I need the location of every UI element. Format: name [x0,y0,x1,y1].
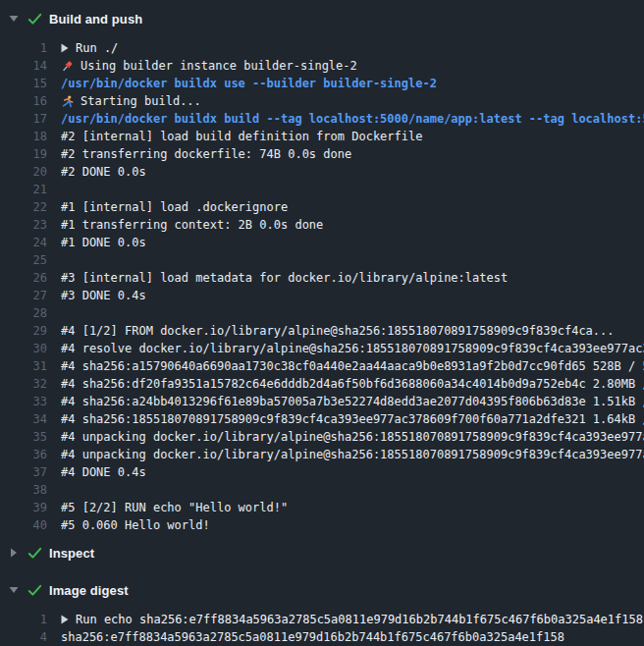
step-header-inspect[interactable]: Inspect [0,534,644,571]
line-text: #4 unpacking docker.io/library/alpine@sh… [61,428,644,446]
log-line: 36#4 unpacking docker.io/library/alpine@… [0,446,644,463]
line-text-content: sha256:e7ff8834a5963a2785c5a0811e979d16b… [61,628,564,646]
chevron-right-icon[interactable] [8,548,19,558]
line-number[interactable]: 25 [0,251,47,269]
line-text-content: Starting build... [80,92,201,110]
line-text-content: #1 transferring context: 2B 0.0s done [61,216,323,234]
line-text-content: #5 [2/2] RUN echo "Hello world!" [61,499,288,516]
line-text-content: Run ./ [76,39,118,57]
log-line: 22#1 [internal] load .dockerignore [0,198,644,216]
line-text-content: #4 unpacking docker.io/library/alpine@sh… [61,428,644,446]
line-text-content: #2 [internal] load build definition from… [61,128,422,145]
line-number[interactable]: 1 [0,39,47,57]
step-header-build-and-push[interactable]: Build and push [0,0,644,37]
line-text: #4 [1/2] FROM docker.io/library/alpine@s… [61,322,644,340]
line-number[interactable]: 28 [0,304,47,322]
log-line: 16Starting build... [0,92,644,110]
line-number[interactable]: 22 [0,198,47,216]
step-header-image-digest[interactable]: Image digest [0,571,644,609]
line-text: #1 [internal] load .dockerignore [61,198,644,216]
step-title: Build and push [49,12,142,27]
line-text: #4 sha256:a15790640a6690aa1730c38cf0a440… [61,357,644,375]
line-text: #3 [internal] load metadata for docker.i… [61,269,644,287]
log-line: 37#4 DONE 0.4s [0,463,644,481]
line-text: sha256:e7ff8834a5963a2785c5a0811e979d16b… [61,628,644,646]
line-number[interactable]: 32 [0,375,47,393]
line-text: Starting build... [61,92,644,110]
line-text-content: #4 [1/2] FROM docker.io/library/alpine@s… [61,322,615,340]
line-text-content: #2 transferring dockerfile: 74B 0.0s don… [61,145,351,163]
step-title: Image digest [49,583,129,598]
line-text-content: /usr/bin/docker buildx use --builder bui… [61,75,437,92]
line-number[interactable]: 29 [0,322,47,340]
line-text: #2 transferring dockerfile: 74B 0.0s don… [61,145,644,163]
line-number[interactable]: 15 [0,75,47,92]
line-text: #3 DONE 0.4s [61,287,644,304]
check-icon [27,13,42,26]
play-icon[interactable] [61,615,69,624]
line-text-content: #3 [internal] load metadata for docker.i… [61,269,508,287]
log-line: 1Run echo sha256:e7ff8834a5963a2785c5a08… [0,611,644,628]
line-text: #1 transferring context: 2B 0.0s done [61,216,644,234]
log-line: 25 [0,251,644,269]
log-line: 38 [0,481,644,499]
line-number[interactable]: 34 [0,410,47,428]
line-text-content: Using builder instance builder-single-2 [80,57,357,75]
line-number[interactable]: 24 [0,234,47,251]
line-text: #1 DONE 0.0s [61,234,644,251]
log-line: 24#1 DONE 0.0s [0,234,644,251]
log-line: 26#3 [internal] load metadata for docker… [0,269,644,287]
line-number[interactable]: 35 [0,428,47,446]
line-text-content: #1 [internal] load .dockerignore [61,198,288,216]
chevron-down-icon[interactable] [8,15,19,23]
line-number[interactable]: 40 [0,516,47,534]
log-line: 33#4 sha256:a24bb4013296f61e89ba57005a7b… [0,393,644,410]
line-number[interactable]: 27 [0,287,47,304]
line-number[interactable]: 21 [0,181,47,198]
line-number[interactable]: 31 [0,357,47,375]
line-text-content: #1 DONE 0.0s [61,234,146,251]
log-line: 32#4 sha256:df20fa9351a15782c64e6dddb2d4… [0,375,644,393]
line-number[interactable]: 20 [0,163,47,181]
line-number[interactable]: 26 [0,269,47,287]
line-text-content: #3 DONE 0.4s [61,287,146,304]
log-line: 39#5 [2/2] RUN echo "Hello world!" [0,499,644,516]
line-number[interactable]: 14 [0,57,47,75]
line-number[interactable]: 39 [0,499,47,516]
line-number[interactable]: 38 [0,481,47,499]
log-line: 15/usr/bin/docker buildx use --builder b… [0,75,644,92]
chevron-down-icon[interactable] [8,586,19,594]
line-text[interactable]: Run ./ [61,39,644,57]
line-number[interactable]: 18 [0,128,47,145]
log-line: 28 [0,304,644,322]
line-number[interactable]: 17 [0,110,47,128]
line-number[interactable]: 1 [0,611,47,628]
line-text: #4 unpacking docker.io/library/alpine@sh… [61,446,644,463]
line-number[interactable]: 33 [0,393,47,410]
line-number[interactable]: 30 [0,340,47,357]
line-number[interactable]: 4 [0,628,47,646]
line-text: #4 sha256:df20fa9351a15782c64e6dddb2d4a6… [61,375,644,393]
log-line: 21 [0,181,644,198]
line-text: #4 resolve docker.io/library/alpine@sha2… [61,340,644,357]
line-text: Using builder instance builder-single-2 [61,57,644,75]
line-text-content: #4 sha256:a15790640a6690aa1730c38cf0a440… [61,357,644,375]
log-line: 14Using builder instance builder-single-… [0,57,644,75]
line-text-content: #4 sha256:a24bb4013296f61e89ba57005a7b3e… [61,393,644,410]
log-line: 40#5 0.060 Hello world! [0,516,644,534]
step-log-image-digest: 1Run echo sha256:e7ff8834a5963a2785c5a08… [0,609,644,646]
line-text: #5 [2/2] RUN echo "Hello world!" [61,499,644,516]
line-text-content: #4 sha256:185518070891758909c9f839cf4ca3… [61,410,644,428]
pushpin-icon [61,60,74,73]
log-line: 23#1 transferring context: 2B 0.0s done [0,216,644,234]
line-number[interactable]: 16 [0,92,47,110]
actions-log-viewer: Build and push1Run ./14Using builder ins… [0,0,644,646]
log-line: 30#4 resolve docker.io/library/alpine@sh… [0,340,644,357]
line-text[interactable]: Run echo sha256:e7ff8834a5963a2785c5a081… [61,611,644,628]
line-number[interactable]: 23 [0,216,47,234]
line-number[interactable]: 37 [0,463,47,481]
line-number[interactable]: 19 [0,145,47,163]
play-icon[interactable] [61,43,69,53]
step-log-build-and-push: 1Run ./14Using builder instance builder-… [0,37,644,534]
line-number[interactable]: 36 [0,446,47,463]
